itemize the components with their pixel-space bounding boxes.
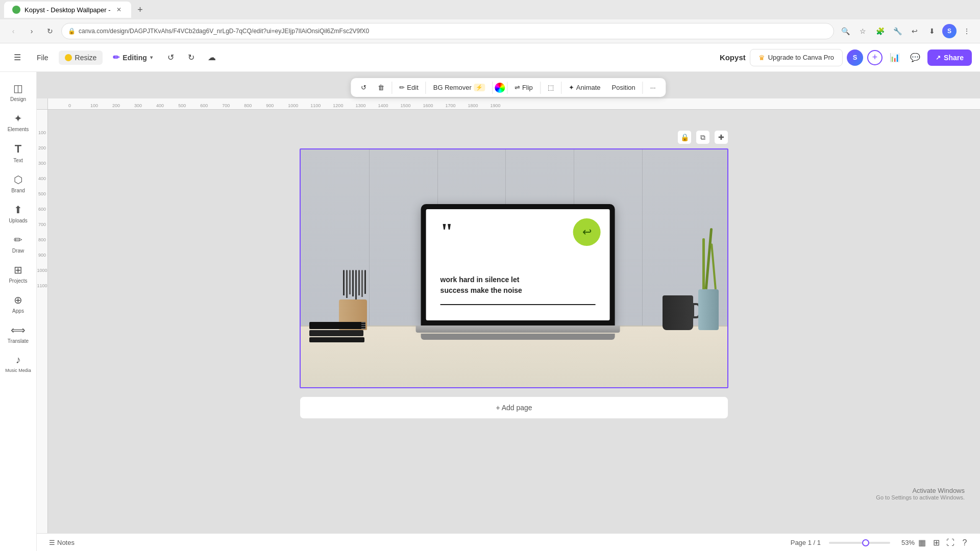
v-ruler-400: 400 [38, 176, 46, 181]
address-bar[interactable]: 🔒 canva.com/design/DAGPJTKvAhs/F4VCb2dag… [61, 23, 834, 39]
add-page-btn[interactable]: + Add page [300, 396, 728, 419]
analytics-icon[interactable]: 📊 [887, 49, 903, 66]
more-options-icon[interactable]: ⋮ [960, 24, 974, 38]
user-avatar[interactable]: S [847, 49, 863, 66]
canvas-inner: ◫ Design ✦ Elements T Text ⬡ Brand ⬆ Upl… [0, 72, 980, 551]
ruler-1300: 1300 [355, 103, 365, 108]
star-bookmark-icon[interactable]: ☆ [855, 24, 870, 38]
flip-icon: ⇌ [514, 84, 520, 91]
toolbar-divider-1 [391, 82, 392, 94]
ruler-600: 600 [200, 103, 208, 108]
ruler-1200: 1200 [333, 103, 343, 108]
sidebar-item-apps[interactable]: ⊕ Apps [2, 290, 35, 318]
uploads-label: Uploads [9, 218, 28, 223]
menu-btn[interactable]: ☰ [8, 48, 27, 67]
refresh-btn[interactable]: ↻ [43, 24, 57, 38]
list-view-btn[interactable]: ⊞ [929, 536, 943, 550]
toolbar-divider-4 [507, 82, 507, 94]
active-tab[interactable]: Kopyst - Desktop Wallpaper - ✕ [4, 2, 131, 18]
animate-label: Animate [576, 84, 601, 91]
zoom-slider[interactable] [829, 542, 890, 544]
new-tab-btn[interactable]: + [133, 3, 148, 17]
bottom-status-bar: ☰ Notes Page 1 / 1 53% ▦ ⊞ ⛶ ? [37, 533, 980, 551]
extension-icon-3[interactable]: ↩ [908, 24, 922, 38]
draw-label: Draw [12, 248, 24, 254]
add-canvas-btn[interactable]: ✚ [714, 130, 728, 144]
color-wheel-btn[interactable] [495, 83, 505, 93]
translate-icon: ⟺ [11, 324, 26, 336]
fullscreen-btn[interactable]: ⛶ [943, 536, 958, 550]
mug [663, 295, 693, 330]
sidebar-item-brand[interactable]: ⬡ Brand [2, 169, 35, 197]
redo-btn[interactable]: ↻ [183, 49, 200, 66]
download-icon[interactable]: ⬇ [925, 24, 939, 38]
design-canvas[interactable]: " work hard in silence letsuccess make t… [300, 148, 728, 388]
filter-btn[interactable]: ⬚ [543, 81, 559, 94]
ruler-400: 400 [156, 103, 164, 108]
ruler-800: 800 [244, 103, 252, 108]
crown-icon: ♛ [758, 54, 765, 62]
grid-view-btn[interactable]: ▦ [915, 536, 929, 550]
share-btn[interactable]: ↗ Share [927, 49, 972, 66]
tab-close-btn[interactable]: ✕ [115, 6, 123, 14]
position-label: Position [612, 84, 635, 91]
sidebar-item-elements[interactable]: ✦ Elements [2, 108, 35, 136]
profile-avatar[interactable]: S [942, 24, 957, 38]
zoom-level: 53% [893, 539, 915, 546]
zoom-controls: 53% [829, 539, 915, 546]
sidebar-item-draw[interactable]: ✏ Draw [2, 230, 35, 258]
zoom-thumb[interactable] [862, 539, 869, 546]
projects-icon: ⊞ [14, 264, 22, 276]
notes-btn[interactable]: ☰ Notes [45, 537, 79, 548]
sidebar-item-translate[interactable]: ⟺ Translate [2, 320, 35, 348]
extension-icon-1[interactable]: 🧩 [873, 24, 887, 38]
canva-app: ☰ File Resize ✏ Editing ▾ ↺ ↻ ☁ Kopyst ♛… [0, 43, 980, 551]
cloud-save-icon[interactable]: ☁ [204, 49, 220, 66]
add-team-btn[interactable]: + [867, 50, 883, 65]
sidebar-item-music[interactable]: ♪ Music Media [2, 350, 35, 377]
projects-label: Projects [9, 278, 27, 284]
lock-canvas-btn[interactable]: 🔒 [677, 130, 692, 144]
text-icon: T [15, 142, 21, 156]
delete-element-btn[interactable]: 🗑 [373, 81, 389, 94]
ruler-1900: 1900 [491, 103, 501, 108]
upgrade-btn[interactable]: ♛ Upgrade to Canva Pro [750, 49, 843, 66]
sidebar-item-design[interactable]: ◫ Design [2, 78, 35, 106]
editing-label: Editing [122, 54, 146, 62]
browser-action-icons: 🔍 ☆ 🧩 🔧 ↩ ⬇ S ⋮ [838, 24, 974, 38]
ruler-300: 300 [134, 103, 142, 108]
more-options-btn[interactable]: ··· [645, 81, 661, 94]
position-btn[interactable]: Position [607, 81, 641, 94]
bg-remover-btn[interactable]: BG Remover ⚡ [428, 81, 490, 94]
uploads-icon: ⬆ [14, 204, 22, 216]
extension-icon-2[interactable]: 🔧 [890, 24, 904, 38]
apps-icon: ⊕ [14, 294, 22, 306]
v-ruler-1100: 1100 [37, 283, 47, 288]
forward-btn[interactable]: › [24, 24, 39, 38]
duplicate-canvas-btn[interactable]: ⧉ [696, 130, 710, 144]
animate-btn[interactable]: ✦ Animate [564, 81, 606, 94]
help-btn[interactable]: ? [958, 536, 972, 550]
flip-btn[interactable]: ⇌ Flip [509, 81, 538, 94]
ruler-1600: 1600 [423, 103, 433, 108]
pencil-icon: ✏ [113, 53, 119, 62]
file-menu-btn[interactable]: File [31, 51, 55, 65]
undo-btn[interactable]: ↺ [163, 49, 179, 66]
chevron-down-icon: ▾ [150, 55, 153, 60]
ruler-700: 700 [222, 103, 230, 108]
comment-icon[interactable]: 💬 [907, 49, 923, 66]
ruler-100: 100 [90, 103, 98, 108]
editing-btn[interactable]: ✏ Editing ▾ [107, 49, 158, 65]
edit-image-btn[interactable]: ✏ Edit [394, 81, 423, 94]
ruler-1500: 1500 [400, 103, 410, 108]
sidebar-item-uploads[interactable]: ⬆ Uploads [2, 199, 35, 228]
left-sidebar: ◫ Design ✦ Elements T Text ⬡ Brand ⬆ Upl… [0, 72, 37, 551]
v-ruler-300: 300 [38, 161, 46, 166]
canvas-background: " work hard in silence letsuccess make t… [301, 149, 727, 387]
back-btn[interactable]: ‹ [6, 24, 20, 38]
resize-btn[interactable]: Resize [59, 51, 103, 65]
refresh-canvas-btn[interactable]: ↺ [356, 81, 372, 94]
zoom-extension-icon[interactable]: 🔍 [838, 24, 852, 38]
sidebar-item-text[interactable]: T Text [2, 138, 35, 167]
sidebar-item-projects[interactable]: ⊞ Projects [2, 260, 35, 288]
